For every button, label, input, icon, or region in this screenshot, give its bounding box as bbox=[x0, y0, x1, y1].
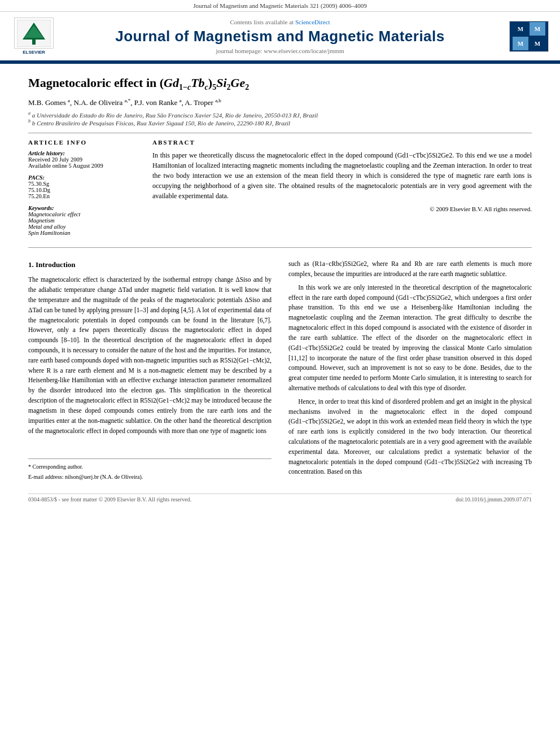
pacs-2: 75.10.Dg bbox=[28, 187, 141, 193]
abstract-column: ABSTRACT In this paper we theoretically … bbox=[152, 139, 532, 236]
section1-title-text: Introduction bbox=[36, 260, 76, 269]
abstract-text: In this paper we theoretically discuss t… bbox=[152, 150, 532, 201]
journal-header-center: Contents lists available at ScienceDirec… bbox=[56, 19, 504, 54]
keyword-3: Metal and alloy bbox=[28, 224, 141, 230]
article-history: Article history: Received 20 July 2009 A… bbox=[28, 150, 141, 169]
received-date: Received 20 July 2009 bbox=[28, 156, 141, 163]
affiliation-a: a a Universidade do Estado do Rio de Jan… bbox=[28, 111, 532, 119]
article-title: Magnetocaloric effect in (Gd1−cTbc)5Si2G… bbox=[28, 75, 532, 93]
jmmm-cell-1: M bbox=[513, 22, 528, 36]
keyword-2: Magnetism bbox=[28, 217, 141, 224]
contents-text: Contents lists available at bbox=[230, 19, 294, 25]
section1-number: 1. bbox=[28, 260, 34, 269]
citation-text: Journal of Magnetism and Magnetic Materi… bbox=[193, 2, 366, 9]
affiliation-b: b b Centro Brasileiro de Pesquisas Físic… bbox=[28, 119, 532, 126]
footer-doi: doi:10.1016/j.jmmm.2009.07.071 bbox=[456, 496, 532, 503]
affiliations: a a Universidade do Estado do Rio de Jan… bbox=[28, 111, 532, 126]
available-date: Available online 5 August 2009 bbox=[28, 163, 141, 169]
keyword-4: Spin Hamiltonian bbox=[28, 230, 141, 236]
right-para-1: such as (R1a−cRbc)5Si2Ge2, where Ra and … bbox=[288, 259, 532, 279]
keyword-1: Magnetocaloric effect bbox=[28, 211, 141, 217]
jmmm-cell-3: M bbox=[513, 37, 528, 50]
body-col-left: 1. Introduction The magnetocaloric effec… bbox=[28, 259, 272, 482]
journal-header: ELSEVIER Contents lists available at Sci… bbox=[0, 12, 560, 62]
main-content: Magnetocaloric effect in (Gd1−cTbc)5Si2G… bbox=[0, 64, 560, 514]
keywords-section: Keywords: Magnetocaloric effect Magnetis… bbox=[28, 205, 141, 236]
article-info-column: ARTICLE INFO Article history: Received 2… bbox=[28, 139, 141, 236]
pacs-3: 75.20.En bbox=[28, 193, 141, 199]
email-address: E-mail address: nilson@uerj.br (N.A. de … bbox=[28, 473, 272, 482]
journal-homepage: journal homepage: www.elsevier.com/locat… bbox=[56, 47, 504, 54]
body-section: 1. Introduction The magnetocaloric effec… bbox=[28, 259, 532, 482]
history-label: Article history: bbox=[28, 150, 141, 156]
copyright: © 2009 Elsevier B.V. All rights reserved… bbox=[152, 206, 532, 212]
footer-issn: 0304-8853/$ - see front matter © 2009 El… bbox=[28, 496, 191, 503]
divider-1 bbox=[28, 133, 532, 133]
jmmm-logo-box: M M M M bbox=[509, 21, 549, 52]
sciencedirect-link: Contents lists available at ScienceDirec… bbox=[56, 19, 504, 25]
elsevier-logo-image bbox=[14, 18, 54, 49]
divider-2 bbox=[28, 247, 532, 248]
body-col-right: such as (R1a−cRbc)5Si2Ge2, where Ra and … bbox=[288, 259, 532, 482]
right-para-3: Hence, in order to treat this kind of di… bbox=[288, 397, 532, 478]
keywords-label: Keywords: bbox=[28, 205, 141, 211]
pacs-section: PACS: 75.30.Sg 75.10.Dg 75.20.En bbox=[28, 174, 141, 199]
section1-title: 1. Introduction bbox=[28, 259, 272, 270]
footer-bar: 0304-8853/$ - see front matter © 2009 El… bbox=[28, 493, 532, 503]
elsevier-logo: ELSEVIER bbox=[11, 18, 56, 55]
journal-citation: Journal of Magnetism and Magnetic Materi… bbox=[0, 0, 560, 12]
jmmm-logo: M M M M bbox=[513, 22, 545, 50]
article-info-abstract: ARTICLE INFO Article history: Received 2… bbox=[28, 139, 532, 236]
author-list: M.B. Gomes a, N.A. de Oliveira a,*, P.J.… bbox=[28, 98, 532, 107]
pacs-1: 75.30.Sg bbox=[28, 181, 141, 187]
section1-right-body: such as (R1a−cRbc)5Si2Ge2, where Ra and … bbox=[288, 259, 532, 477]
sciencedirect-anchor[interactable]: ScienceDirect bbox=[295, 19, 330, 25]
article-info-header: ARTICLE INFO bbox=[28, 139, 141, 146]
journal-title: Journal of Magnetism and Magnetic Materi… bbox=[56, 28, 504, 45]
pacs-label: PACS: bbox=[28, 174, 141, 181]
abstract-header: ABSTRACT bbox=[152, 139, 532, 146]
right-para-2: In this work we are only interested in t… bbox=[288, 283, 532, 394]
footnote-area: * Corresponding author. E-mail address: … bbox=[28, 458, 272, 481]
section1-para-1: The magnetocaloric effect is characteriz… bbox=[28, 275, 272, 436]
jmmm-cell-2: M bbox=[530, 22, 545, 36]
corresponding-author: * Corresponding author. bbox=[28, 462, 272, 471]
section1-body: The magnetocaloric effect is characteriz… bbox=[28, 275, 272, 436]
jmmm-cell-4: M bbox=[530, 37, 545, 50]
